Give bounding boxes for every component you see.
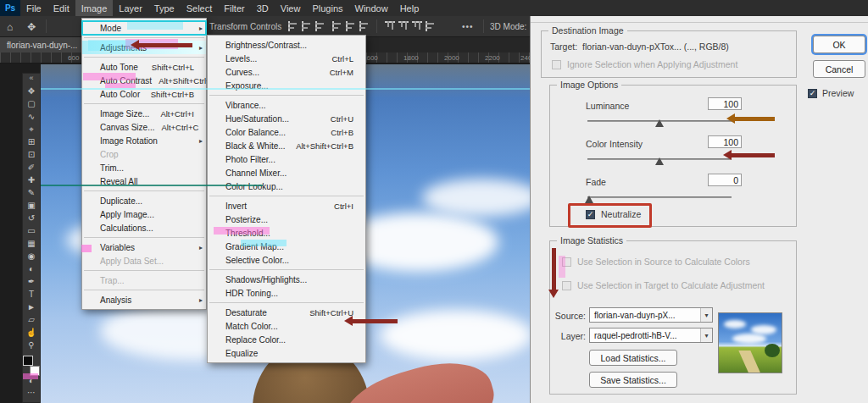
quick-selection-tool[interactable]: ⌖ [23, 123, 40, 135]
menubar-item[interactable]: Type [148, 0, 181, 16]
luminance-slider-thumb[interactable] [655, 119, 664, 127]
menu-item[interactable]: Posterize... ▸ [208, 213, 365, 226]
menu-item[interactable]: Desaturate Shift+Ctrl+U ▸ [208, 306, 365, 319]
save-statistics-button[interactable]: Save Statistics... [589, 372, 677, 388]
menu-item[interactable]: Hue/Saturation... Ctrl+U ▸ [208, 112, 365, 125]
photoshop-logo[interactable]: Ps [0, 0, 20, 16]
menu-item[interactable]: Color Lookup... ▸ [208, 179, 365, 193]
menubar-item[interactable]: File [20, 0, 47, 16]
screen-mode-icon[interactable]: ⋯ [27, 388, 36, 400]
menu-item[interactable]: Black & White... Alt+Shift+Ctrl+B ▸ [208, 139, 365, 152]
lasso-tool[interactable]: ∿ [23, 110, 40, 123]
home-icon[interactable]: ⌂ [7, 16, 13, 37]
color-swatches[interactable] [23, 356, 40, 376]
menu-item[interactable]: Calculations... ▸ [82, 221, 206, 235]
menu-item[interactable]: Auto Contrast Alt+Shift+Ctrl+L ▸ [82, 74, 206, 87]
color-intensity-value[interactable]: 100 [708, 135, 742, 148]
menu-item[interactable]: Canvas Size... Alt+Ctrl+C ▸ [82, 120, 206, 134]
fade-value[interactable]: 0 [708, 174, 742, 186]
dodge-tool[interactable]: ◐ [23, 262, 40, 275]
menu-item[interactable]: Trim... ▸ [82, 161, 206, 174]
menubar-item[interactable]: Help [394, 0, 426, 16]
menu-item[interactable]: Invert Ctrl+I ▸ [208, 199, 365, 213]
use-selection-source-checkbox[interactable] [562, 257, 571, 267]
menu-item[interactable]: Gradient Map... ▸ [208, 240, 365, 253]
menubar-item[interactable]: Window [349, 0, 394, 16]
shape-tool[interactable]: ▱ [23, 313, 40, 326]
menu-item[interactable]: Curves... Ctrl+M ▸ [208, 65, 365, 79]
layer-dropdown[interactable]: raquel-pedrotti-hB-V... ▾ [589, 328, 713, 343]
gradient-tool[interactable]: ▦ [23, 237, 40, 250]
menubar-item[interactable]: Image [75, 0, 114, 16]
align-left-icon[interactable] [288, 21, 298, 31]
dropdown-arrow-icon[interactable]: ▾ [700, 308, 712, 322]
menubar-item[interactable]: Layer [113, 0, 148, 16]
color-intensity-slider[interactable] [587, 158, 732, 160]
load-statistics-button[interactable]: Load Statistics... [589, 350, 677, 366]
menu-item[interactable]: Channel Mixer... ▸ [208, 166, 365, 179]
menu-item[interactable]: Crop ▸ [82, 147, 206, 161]
menu-item[interactable]: Shadows/Highlights... ▸ [208, 273, 365, 286]
distribute-horizontal-icon[interactable] [385, 21, 395, 31]
menubar-item[interactable]: Edit [47, 0, 75, 16]
use-selection-target-checkbox[interactable] [562, 281, 571, 290]
fade-slider-thumb[interactable] [585, 196, 593, 203]
foreground-color-swatch[interactable] [23, 356, 33, 366]
brush-tool[interactable]: ✎ [23, 186, 40, 199]
luminance-slider[interactable] [587, 120, 732, 122]
menubar-item[interactable]: Plugins [306, 0, 348, 16]
align-center-icon[interactable] [302, 21, 312, 31]
menu-item[interactable]: Match Color... ▸ [208, 319, 365, 333]
menu-item[interactable]: Photo Filter... ▸ [208, 152, 365, 166]
menubar-item[interactable]: Filter [218, 0, 250, 16]
collapse-toolbar-icon[interactable]: « [29, 74, 33, 85]
menu-item[interactable]: Replace Color... ▸ [208, 333, 365, 346]
move-tool[interactable]: ✥ [23, 85, 40, 97]
color-intensity-slider-thumb[interactable] [655, 157, 664, 165]
menubar-item[interactable]: 3D [251, 0, 275, 16]
menu-item[interactable]: Image Rotation ▸ [82, 134, 206, 147]
move-tool-icon[interactable]: ✥ [27, 16, 36, 37]
ok-button[interactable]: OK [813, 36, 865, 53]
menu-item[interactable]: Exposure... ▸ [208, 79, 365, 92]
healing-brush-tool[interactable]: ✚ [23, 174, 40, 186]
more-options-icon[interactable]: ••• [462, 16, 474, 37]
marquee-tool[interactable]: ▢ [23, 97, 40, 110]
menu-item[interactable]: Apply Data Set... ▸ [82, 254, 206, 268]
clone-stamp-tool[interactable]: ▣ [23, 199, 40, 212]
align-bottom-icon[interactable] [359, 21, 370, 31]
menu-item[interactable]: Levels... Ctrl+L ▸ [208, 52, 365, 65]
menu-item[interactable]: Brightness/Contrast... ▸ [208, 38, 365, 52]
blur-tool[interactable]: ◉ [23, 250, 40, 262]
hand-tool[interactable]: ☝ [23, 326, 40, 339]
distribute-vertical-icon[interactable] [398, 21, 409, 31]
menu-item[interactable]: Auto Color Shift+Ctrl+B ▸ [82, 87, 206, 101]
distribute-edges-icon[interactable] [426, 21, 436, 31]
menu-item[interactable]: Color Balance... Ctrl+B ▸ [208, 125, 365, 139]
frame-tool[interactable]: ⊡ [23, 148, 40, 161]
quick-mask-icon[interactable]: ◐ [29, 376, 34, 388]
align-right-icon[interactable] [315, 21, 326, 31]
background-color-swatch[interactable] [30, 366, 40, 376]
menu-item[interactable]: Equalize ▸ [208, 346, 365, 360]
dropdown-arrow-icon[interactable]: ▾ [700, 328, 712, 342]
menu-item[interactable]: HDR Toning... ▸ [208, 286, 365, 300]
align-middle-icon[interactable] [346, 21, 356, 31]
menubar-item[interactable]: Select [181, 0, 219, 16]
source-dropdown[interactable]: florian-van-duyn-pX... ▾ [589, 307, 713, 323]
menu-item[interactable]: Analysis ▸ [82, 293, 206, 306]
align-top-icon[interactable] [332, 21, 342, 31]
distribute-spacing-icon[interactable] [412, 21, 422, 31]
menu-item[interactable]: Vibrance... ▸ [208, 98, 365, 112]
fade-slider[interactable] [587, 196, 732, 198]
zoom-tool[interactable]: ⚲ [23, 339, 40, 351]
history-brush-tool[interactable]: ↺ [23, 212, 40, 224]
eyedropper-tool[interactable]: ✐ [23, 161, 40, 174]
eraser-tool[interactable]: ▭ [23, 224, 40, 237]
pen-tool[interactable]: ✒ [23, 275, 40, 288]
type-tool[interactable]: T [23, 288, 40, 301]
luminance-value[interactable]: 100 [708, 97, 742, 110]
menu-item[interactable]: Reveal All ▸ [82, 174, 206, 188]
menu-item[interactable]: Threshold... ▸ [208, 226, 365, 240]
menu-item[interactable]: Image Size... Alt+Ctrl+I ▸ [82, 107, 206, 120]
